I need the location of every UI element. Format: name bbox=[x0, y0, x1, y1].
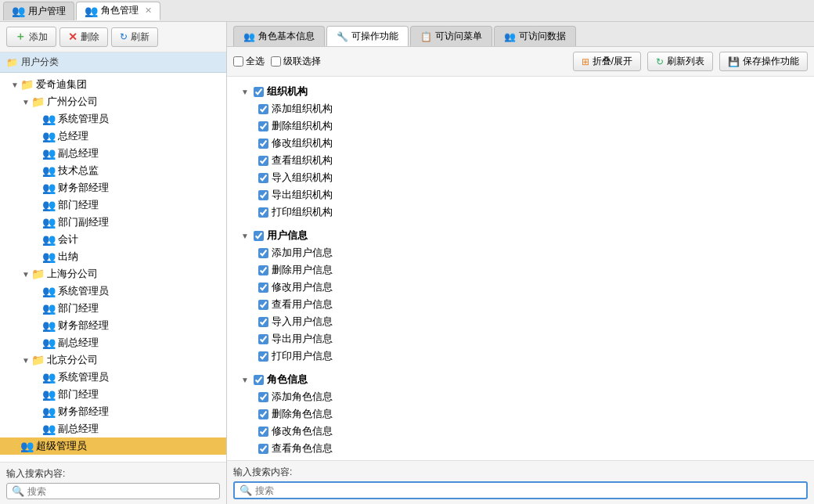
add-label: 添加 bbox=[29, 31, 48, 44]
expand-icon[interactable]: ▼ bbox=[20, 356, 31, 365]
tree-node-sh-vceo[interactable]: 👥 副总经理 bbox=[0, 334, 226, 351]
perm-del-user[interactable] bbox=[258, 265, 268, 275]
perm-label: 查看用户信息 bbox=[272, 297, 333, 311]
expand-icon[interactable]: ▼ bbox=[9, 81, 20, 89]
select-all-input[interactable] bbox=[233, 56, 243, 67]
perm-item: 删除组织机构 bbox=[258, 117, 801, 135]
tab-role-mgmt-label: 角色管理 bbox=[101, 4, 139, 17]
select-all-checkbox[interactable]: 全选 bbox=[233, 55, 265, 68]
perm-del-org[interactable] bbox=[258, 121, 268, 131]
perm-item: 查看组织机构 bbox=[258, 152, 801, 169]
tree-node-bj-admin[interactable]: 👥 系统管理员 bbox=[0, 369, 226, 386]
node-label: 财务部经理 bbox=[58, 319, 109, 333]
expand-icon[interactable]: ▼ bbox=[20, 270, 31, 279]
right-search-input[interactable] bbox=[255, 485, 801, 496]
perm-export-user[interactable] bbox=[258, 334, 268, 344]
role-icon: 👥 bbox=[42, 285, 56, 297]
tab-menus[interactable]: 📋 可访问菜单 bbox=[410, 26, 492, 46]
tree-node-aiqidi[interactable]: ▼ 📁 爱奇迪集团 bbox=[0, 76, 226, 93]
left-search-input[interactable] bbox=[27, 486, 214, 497]
expand-icon[interactable]: ▼ bbox=[240, 376, 250, 384]
node-label: 副总经理 bbox=[58, 336, 99, 350]
tree-node-gz-cto[interactable]: 👥 技术总监 bbox=[0, 162, 226, 179]
perm-group-user-header[interactable]: ▼ 用户信息 bbox=[240, 227, 801, 244]
perm-import-user[interactable] bbox=[258, 317, 268, 327]
role-icon: 👥 bbox=[42, 405, 56, 418]
perm-view-user[interactable] bbox=[258, 300, 268, 310]
perm-item: 查看角色信息 bbox=[258, 440, 801, 457]
tab-operations[interactable]: 🔧 可操作功能 bbox=[326, 26, 409, 46]
tree-node-guangzhou[interactable]: ▼ 📁 广州分公司 bbox=[0, 93, 226, 110]
tree-container[interactable]: ▼ 📁 爱奇迪集团 ▼ 📁 广州分公司 👥 系统管理员 👥 bbox=[0, 73, 226, 462]
node-label: 总经理 bbox=[58, 129, 88, 143]
cascade-input[interactable] bbox=[271, 56, 281, 67]
perm-view-org[interactable] bbox=[258, 156, 268, 166]
tree-node-beijing[interactable]: ▼ 📁 北京分公司 bbox=[0, 351, 226, 369]
perm-item: 修改组织机构 bbox=[258, 135, 801, 152]
tree-node-gz-cfo[interactable]: 👥 财务部经理 bbox=[0, 179, 226, 196]
tree-node-super-admin[interactable]: 👥 超级管理员 bbox=[0, 437, 226, 455]
perm-edit-org[interactable] bbox=[258, 139, 268, 149]
tree-node-gz-admin[interactable]: 👥 系统管理员 bbox=[0, 110, 226, 128]
perm-group-org-checkbox[interactable] bbox=[254, 87, 264, 97]
perm-del-role[interactable] bbox=[258, 409, 268, 419]
role-icon: 👥 bbox=[42, 130, 56, 142]
folder-icon: 📁 bbox=[6, 57, 18, 68]
tree-node-gz-vdeptmgr[interactable]: 👥 部门副经理 bbox=[0, 214, 226, 231]
tree-node-sh-deptmgr[interactable]: 👥 部门经理 bbox=[0, 300, 226, 317]
perm-group-role-label: 角色信息 bbox=[267, 373, 308, 387]
tree-node-sh-cfo[interactable]: 👥 财务部经理 bbox=[0, 317, 226, 334]
perm-label: 删除角色信息 bbox=[272, 407, 333, 421]
fold-expand-button[interactable]: ⊞ 折叠/展开 bbox=[573, 52, 641, 71]
refresh-list-button[interactable]: ↻ 刷新列表 bbox=[647, 52, 713, 71]
perm-item: 删除用户信息 bbox=[258, 261, 801, 279]
perm-group-role-header[interactable]: ▼ 角色信息 bbox=[240, 371, 801, 388]
add-button[interactable]: ＋ 添加 bbox=[6, 27, 56, 47]
role-icon: 👥 bbox=[42, 199, 56, 211]
tree-node-bj-cfo[interactable]: 👥 财务部经理 bbox=[0, 403, 226, 420]
perm-view-role[interactable] bbox=[258, 444, 268, 454]
perm-item: 导入组织机构 bbox=[258, 169, 801, 186]
perm-edit-user[interactable] bbox=[258, 283, 268, 293]
perm-group-role-checkbox[interactable] bbox=[254, 375, 264, 385]
section-title: 用户分类 bbox=[21, 56, 59, 69]
perm-export-org[interactable] bbox=[258, 190, 268, 200]
tree-node-bj-vceo[interactable]: 👥 副总经理 bbox=[0, 420, 226, 437]
del-icon: ✕ bbox=[68, 31, 77, 43]
tab-close-icon[interactable]: ✕ bbox=[145, 5, 152, 16]
operations-icon: 🔧 bbox=[337, 31, 348, 42]
perm-edit-role[interactable] bbox=[258, 427, 268, 437]
delete-button[interactable]: ✕ 删除 bbox=[59, 27, 108, 47]
save-button[interactable]: 💾 保存操作功能 bbox=[719, 52, 808, 71]
tab-role-mgmt[interactable]: 👥 角色管理 ✕ bbox=[76, 2, 160, 20]
node-label: 会计 bbox=[58, 232, 78, 247]
node-label: 超级管理员 bbox=[36, 439, 87, 453]
tree-node-shanghai[interactable]: ▼ 📁 上海分公司 bbox=[0, 265, 226, 283]
perm-print-user[interactable] bbox=[258, 351, 268, 362]
tree-node-sh-admin[interactable]: 👥 系统管理员 bbox=[0, 283, 226, 300]
tab-data[interactable]: 👥 可访问数据 bbox=[494, 26, 576, 46]
tree-node-gz-vceo[interactable]: 👥 副总经理 bbox=[0, 145, 226, 162]
perm-add-user[interactable] bbox=[258, 248, 268, 258]
tree-node-gz-cashier[interactable]: 👥 出纳 bbox=[0, 248, 226, 265]
cascade-checkbox[interactable]: 级联选择 bbox=[271, 55, 321, 68]
node-label: 部门副经理 bbox=[58, 215, 109, 229]
tree-node-bj-deptmgr[interactable]: 👥 部门经理 bbox=[0, 386, 226, 403]
tab-user-mgmt[interactable]: 👥 用户管理 bbox=[3, 2, 74, 20]
perm-add-role[interactable] bbox=[258, 392, 268, 402]
perm-group-user-checkbox[interactable] bbox=[254, 231, 264, 241]
tree-node-gz-deptmgr[interactable]: 👥 部门经理 bbox=[0, 196, 226, 214]
perm-import-org[interactable] bbox=[258, 173, 268, 183]
tab-data-label: 可访问数据 bbox=[519, 30, 566, 43]
tree-node-gz-accountant[interactable]: 👥 会计 bbox=[0, 231, 226, 248]
expand-icon[interactable]: ▼ bbox=[240, 88, 250, 96]
perm-label: 导出组织机构 bbox=[272, 188, 333, 202]
expand-icon[interactable]: ▼ bbox=[240, 232, 250, 240]
tree-node-gz-ceo[interactable]: 👥 总经理 bbox=[0, 128, 226, 145]
perm-add-org[interactable] bbox=[258, 104, 268, 114]
tab-basic-info[interactable]: 👥 角色基本信息 bbox=[233, 26, 325, 46]
expand-icon[interactable]: ▼ bbox=[20, 98, 31, 106]
refresh-button[interactable]: ↻ 刷新 bbox=[111, 27, 158, 47]
perm-group-org-header[interactable]: ▼ 组织机构 bbox=[240, 83, 801, 100]
perm-print-org[interactable] bbox=[258, 207, 268, 218]
